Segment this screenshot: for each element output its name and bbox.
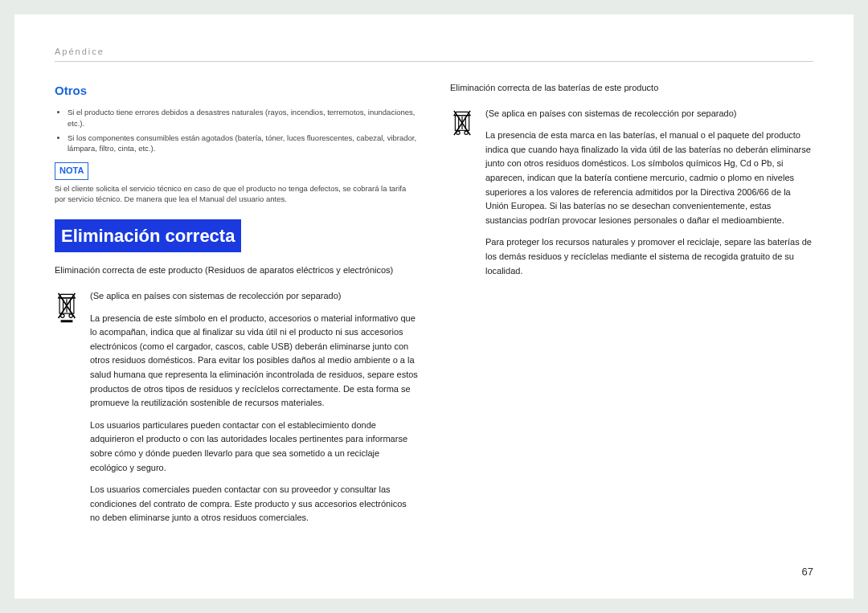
- bullet-item: Si el producto tiene errores debidos a d…: [68, 107, 418, 129]
- nota-text: Si el cliente solicita el servicio técni…: [55, 183, 418, 206]
- page-number: 67: [802, 566, 813, 578]
- weee-bin-icon: [55, 291, 79, 328]
- bullet-item: Si los componentes consumibles están ago…: [68, 133, 418, 155]
- right-column: Eliminación correcta de las baterías de …: [450, 81, 813, 533]
- body-text: Para proteger los recursos naturales y p…: [485, 235, 813, 278]
- body-text: Los usuarios particulares pueden contact…: [90, 419, 418, 475]
- otros-heading: Otros: [55, 81, 418, 100]
- body-text: (Se aplica en países con sistemas de rec…: [90, 289, 418, 304]
- icon-paragraph-row: (Se aplica en países con sistemas de rec…: [450, 107, 813, 287]
- main-heading-highlighted: Eliminación correcta: [55, 219, 241, 252]
- bullet-list: Si el producto tiene errores debidos a d…: [55, 107, 418, 154]
- battery-bin-icon: [450, 108, 474, 142]
- two-column-layout: Otros Si el producto tiene errores debid…: [55, 81, 813, 533]
- svg-rect-8: [61, 320, 73, 322]
- icon-paragraph-row: (Se aplica en países con sistemas de rec…: [55, 289, 418, 533]
- body-text: Los usuarios comerciales pueden contacta…: [90, 483, 418, 525]
- subheading: Eliminación correcta de las baterías de …: [450, 81, 813, 96]
- body-text: La presencia de este símbolo en el produ…: [90, 312, 418, 411]
- section-header: Apéndice: [55, 47, 813, 62]
- nota-badge: NOTA: [55, 162, 88, 180]
- body-text: La presencia de esta marca en las baterí…: [485, 129, 813, 227]
- document-page: Apéndice Otros Si el producto tiene erro…: [14, 14, 854, 599]
- icon-text-block: (Se aplica en países con sistemas de rec…: [90, 289, 418, 533]
- icon-text-block: (Se aplica en países con sistemas de rec…: [485, 107, 813, 287]
- left-column: Otros Si el producto tiene errores debid…: [55, 81, 418, 533]
- subheading: Eliminación correcta de este producto (R…: [55, 264, 418, 278]
- body-text: (Se aplica en países con sistemas de rec…: [485, 107, 813, 121]
